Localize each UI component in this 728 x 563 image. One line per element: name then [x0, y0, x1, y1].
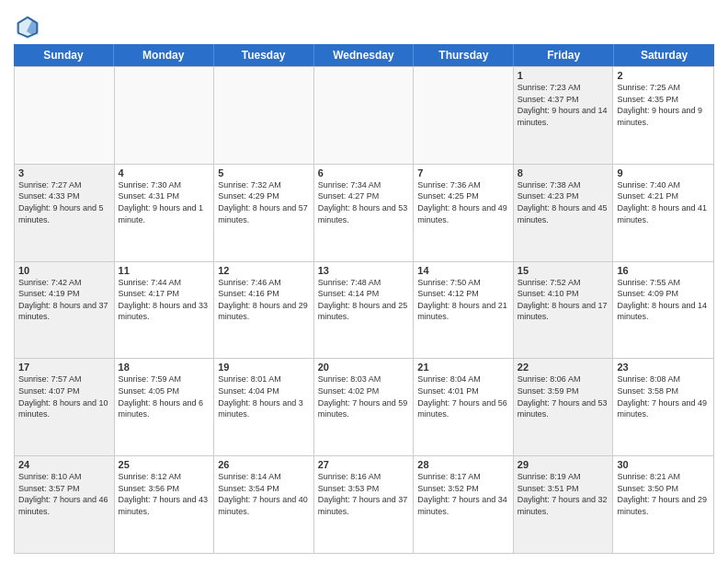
- day-cell-2: 2Sunrise: 7:25 AM Sunset: 4:35 PM Daylig…: [613, 67, 713, 164]
- day-number: 25: [119, 459, 210, 470]
- day-info: Sunrise: 8:19 AM Sunset: 3:51 PM Dayligh…: [518, 471, 609, 517]
- cal-row-2: 10Sunrise: 7:42 AM Sunset: 4:19 PM Dayli…: [15, 261, 713, 359]
- day-info: Sunrise: 7:23 AM Sunset: 4:37 PM Dayligh…: [518, 82, 609, 128]
- day-number: 19: [218, 362, 310, 373]
- day-number: 4: [119, 167, 210, 178]
- header-day-monday: Monday: [114, 44, 214, 66]
- cal-row-1: 3Sunrise: 7:27 AM Sunset: 4:33 PM Daylig…: [15, 164, 713, 261]
- day-number: 16: [617, 265, 710, 276]
- calendar-body: 1Sunrise: 7:23 AM Sunset: 4:37 PM Daylig…: [14, 66, 714, 554]
- day-number: 24: [18, 459, 110, 470]
- day-number: 6: [318, 167, 410, 178]
- day-number: 21: [417, 362, 509, 373]
- day-cell-16: 16Sunrise: 7:55 AM Sunset: 4:09 PM Dayli…: [613, 262, 713, 359]
- day-info: Sunrise: 7:32 AM Sunset: 4:29 PM Dayligh…: [218, 179, 310, 225]
- header-day-tuesday: Tuesday: [214, 44, 314, 66]
- day-cell-19: 19Sunrise: 8:01 AM Sunset: 4:04 PM Dayli…: [214, 359, 314, 455]
- day-cell-25: 25Sunrise: 8:12 AM Sunset: 3:56 PM Dayli…: [115, 456, 215, 553]
- day-info: Sunrise: 8:01 AM Sunset: 4:04 PM Dayligh…: [218, 373, 310, 419]
- day-info: Sunrise: 8:06 AM Sunset: 3:59 PM Dayligh…: [518, 373, 609, 419]
- day-number: 22: [518, 362, 609, 373]
- logo: [14, 13, 44, 40]
- day-info: Sunrise: 7:52 AM Sunset: 4:10 PM Dayligh…: [518, 277, 609, 323]
- day-info: Sunrise: 8:16 AM Sunset: 3:53 PM Dayligh…: [318, 471, 410, 517]
- day-info: Sunrise: 7:42 AM Sunset: 4:19 PM Dayligh…: [18, 277, 110, 323]
- cal-row-0: 1Sunrise: 7:23 AM Sunset: 4:37 PM Daylig…: [15, 66, 713, 164]
- day-cell-17: 17Sunrise: 7:57 AM Sunset: 4:07 PM Dayli…: [15, 359, 115, 455]
- day-cell-21: 21Sunrise: 8:04 AM Sunset: 4:01 PM Dayli…: [414, 359, 514, 455]
- day-number: 10: [18, 265, 110, 276]
- day-number: 23: [617, 362, 710, 373]
- day-number: 27: [318, 459, 410, 470]
- day-number: 9: [617, 167, 710, 178]
- day-cell-13: 13Sunrise: 7:48 AM Sunset: 4:14 PM Dayli…: [314, 262, 415, 359]
- day-cell-24: 24Sunrise: 8:10 AM Sunset: 3:57 PM Dayli…: [15, 456, 115, 553]
- day-info: Sunrise: 7:50 AM Sunset: 4:12 PM Dayligh…: [417, 277, 509, 323]
- day-number: 15: [518, 265, 609, 276]
- day-number: 18: [119, 362, 210, 373]
- cal-row-3: 17Sunrise: 7:57 AM Sunset: 4:07 PM Dayli…: [15, 358, 713, 455]
- day-info: Sunrise: 8:12 AM Sunset: 3:56 PM Dayligh…: [119, 471, 210, 517]
- day-number: 8: [518, 167, 609, 178]
- empty-cell-0-1: [115, 67, 215, 164]
- empty-cell-0-3: [314, 67, 415, 164]
- day-number: 13: [318, 265, 410, 276]
- day-info: Sunrise: 8:17 AM Sunset: 3:52 PM Dayligh…: [417, 471, 509, 517]
- day-number: 7: [417, 167, 509, 178]
- day-cell-20: 20Sunrise: 8:03 AM Sunset: 4:02 PM Dayli…: [314, 359, 415, 455]
- header-day-wednesday: Wednesday: [314, 44, 415, 66]
- day-info: Sunrise: 7:25 AM Sunset: 4:35 PM Dayligh…: [617, 82, 710, 128]
- day-info: Sunrise: 8:10 AM Sunset: 3:57 PM Dayligh…: [18, 471, 110, 517]
- day-info: Sunrise: 7:38 AM Sunset: 4:23 PM Dayligh…: [518, 179, 609, 225]
- day-info: Sunrise: 8:21 AM Sunset: 3:50 PM Dayligh…: [617, 471, 710, 517]
- day-info: Sunrise: 7:30 AM Sunset: 4:31 PM Dayligh…: [119, 179, 210, 225]
- day-number: 17: [18, 362, 110, 373]
- day-number: 26: [218, 459, 310, 470]
- day-cell-22: 22Sunrise: 8:06 AM Sunset: 3:59 PM Dayli…: [514, 359, 614, 455]
- calendar-header: SundayMondayTuesdayWednesdayThursdayFrid…: [14, 44, 714, 66]
- day-cell-30: 30Sunrise: 8:21 AM Sunset: 3:50 PM Dayli…: [613, 456, 713, 553]
- day-cell-8: 8Sunrise: 7:38 AM Sunset: 4:23 PM Daylig…: [514, 165, 614, 261]
- day-info: Sunrise: 7:46 AM Sunset: 4:16 PM Dayligh…: [218, 277, 310, 323]
- day-cell-11: 11Sunrise: 7:44 AM Sunset: 4:17 PM Dayli…: [115, 262, 215, 359]
- day-cell-12: 12Sunrise: 7:46 AM Sunset: 4:16 PM Dayli…: [214, 262, 314, 359]
- day-info: Sunrise: 8:03 AM Sunset: 4:02 PM Dayligh…: [318, 373, 410, 419]
- day-info: Sunrise: 7:44 AM Sunset: 4:17 PM Dayligh…: [119, 277, 210, 323]
- day-cell-18: 18Sunrise: 7:59 AM Sunset: 4:05 PM Dayli…: [115, 359, 215, 455]
- day-info: Sunrise: 7:34 AM Sunset: 4:27 PM Dayligh…: [318, 179, 410, 225]
- day-cell-10: 10Sunrise: 7:42 AM Sunset: 4:19 PM Dayli…: [15, 262, 115, 359]
- day-number: 5: [218, 167, 310, 178]
- empty-cell-0-0: [15, 67, 115, 164]
- page: SundayMondayTuesdayWednesdayThursdayFrid…: [0, 0, 728, 563]
- day-info: Sunrise: 7:55 AM Sunset: 4:09 PM Dayligh…: [617, 277, 710, 323]
- day-number: 20: [318, 362, 410, 373]
- day-number: 30: [617, 459, 710, 470]
- day-cell-29: 29Sunrise: 8:19 AM Sunset: 3:51 PM Dayli…: [514, 456, 614, 553]
- header-day-sunday: Sunday: [14, 44, 114, 66]
- day-cell-15: 15Sunrise: 7:52 AM Sunset: 4:10 PM Dayli…: [514, 262, 614, 359]
- day-info: Sunrise: 7:40 AM Sunset: 4:21 PM Dayligh…: [617, 179, 710, 225]
- cal-row-4: 24Sunrise: 8:10 AM Sunset: 3:57 PM Dayli…: [15, 455, 713, 553]
- day-cell-14: 14Sunrise: 7:50 AM Sunset: 4:12 PM Dayli…: [414, 262, 514, 359]
- day-cell-4: 4Sunrise: 7:30 AM Sunset: 4:31 PM Daylig…: [115, 165, 215, 261]
- day-cell-7: 7Sunrise: 7:36 AM Sunset: 4:25 PM Daylig…: [414, 165, 514, 261]
- header: [14, 9, 714, 40]
- day-cell-3: 3Sunrise: 7:27 AM Sunset: 4:33 PM Daylig…: [15, 165, 115, 261]
- day-cell-9: 9Sunrise: 7:40 AM Sunset: 4:21 PM Daylig…: [613, 165, 713, 261]
- logo-icon: [14, 13, 41, 40]
- day-number: 29: [518, 459, 609, 470]
- day-number: 2: [617, 70, 710, 81]
- header-day-friday: Friday: [514, 44, 614, 66]
- day-cell-1: 1Sunrise: 7:23 AM Sunset: 4:37 PM Daylig…: [514, 67, 614, 164]
- day-number: 3: [18, 167, 110, 178]
- day-info: Sunrise: 7:57 AM Sunset: 4:07 PM Dayligh…: [18, 373, 110, 419]
- day-cell-28: 28Sunrise: 8:17 AM Sunset: 3:52 PM Dayli…: [414, 456, 514, 553]
- day-cell-26: 26Sunrise: 8:14 AM Sunset: 3:54 PM Dayli…: [214, 456, 314, 553]
- day-cell-27: 27Sunrise: 8:16 AM Sunset: 3:53 PM Dayli…: [314, 456, 415, 553]
- day-cell-23: 23Sunrise: 8:08 AM Sunset: 3:58 PM Dayli…: [613, 359, 713, 455]
- day-cell-5: 5Sunrise: 7:32 AM Sunset: 4:29 PM Daylig…: [214, 165, 314, 261]
- day-info: Sunrise: 8:04 AM Sunset: 4:01 PM Dayligh…: [417, 373, 509, 419]
- day-number: 28: [417, 459, 509, 470]
- day-info: Sunrise: 7:48 AM Sunset: 4:14 PM Dayligh…: [318, 277, 410, 323]
- empty-cell-0-4: [414, 67, 514, 164]
